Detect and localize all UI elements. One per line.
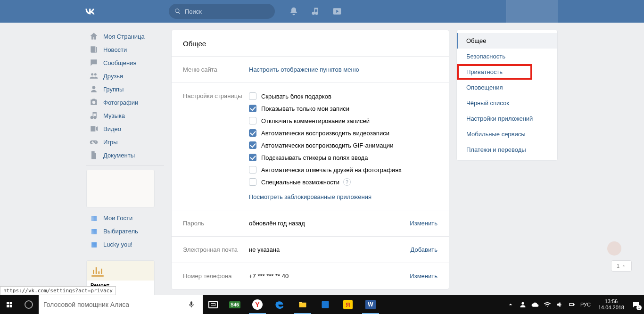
sidebar-item-video[interactable]: Видео (86, 122, 164, 135)
help-icon[interactable]: ? (343, 178, 351, 186)
checkbox[interactable] (249, 105, 256, 112)
sidebar-item-msg[interactable]: Сообщения (86, 56, 164, 69)
system-tray: РУС 13:56 14.04.2018 1 (503, 295, 644, 314)
field-action-link[interactable]: Добавить (411, 246, 438, 253)
settings-nav-item-3[interactable]: Оповещения (457, 80, 557, 95)
settings-nav-item-7[interactable]: Платежи и переводы (457, 142, 557, 157)
sidebar-item-label: Игры (103, 139, 118, 146)
cortana-button[interactable] (19, 295, 39, 314)
page-settings-label: Настройки страницы (183, 83, 249, 210)
tray-clock[interactable]: 13:56 14.04.2018 (595, 298, 627, 310)
taskbar-app-generic1[interactable] (314, 295, 337, 314)
sidebar-item-label: Группы (103, 86, 124, 93)
settings-nav-item-4[interactable]: Чёрный список (457, 95, 557, 111)
assistant-avatar[interactable] (607, 241, 621, 256)
task-view-button[interactable] (203, 295, 223, 314)
setting-checkbox-row: Автоматически воспроизводить видеозаписи (249, 129, 438, 137)
sidebar-item-groups[interactable]: Группы (86, 83, 164, 96)
taskbar-app-word[interactable]: W (359, 295, 382, 314)
vk-logo[interactable] (84, 0, 103, 23)
settings-nav-item-5[interactable]: Настройки приложений (457, 111, 557, 126)
tray-people-icon[interactable] (519, 301, 527, 308)
sidebar-item-label: Музыка (103, 112, 125, 119)
checkbox[interactable] (249, 92, 256, 100)
sidebar-item-label: Видео (103, 125, 121, 132)
checkbox[interactable] (249, 141, 256, 149)
checkbox-label: Скрывать блок подарков (261, 93, 331, 100)
field-action-link[interactable]: Изменить (410, 220, 438, 227)
sidebar-item-docs[interactable]: Документы (86, 149, 164, 162)
sidebar-app-2[interactable]: ▦Lucky you! (86, 238, 164, 251)
taskbar-search[interactable]: Голосовой помощник Алиса (39, 295, 180, 314)
svg-rect-1 (322, 301, 329, 308)
tray-date: 14.04.2018 (598, 305, 624, 311)
sidebar-item-news[interactable]: Новости (86, 43, 164, 56)
taskbar-app-edge[interactable] (269, 295, 291, 314)
taskbar-app-explorer[interactable] (291, 295, 314, 314)
settings-title: Общее (172, 30, 449, 57)
home-icon (89, 32, 99, 41)
search-box[interactable] (169, 4, 275, 19)
checkbox-label: Автоматически воспроизводить GIF-анимаци… (261, 142, 393, 149)
field-action-link[interactable]: Изменить (410, 273, 438, 280)
setting-checkbox-row: Автоматически воспроизводить GIF-анимаци… (249, 141, 438, 149)
tray-cloud-icon[interactable] (531, 301, 539, 308)
news-icon (89, 45, 99, 54)
taskbar-app-s46[interactable]: S46 (223, 295, 246, 314)
tray-wifi-icon[interactable] (544, 301, 551, 308)
settings-nav-item-2[interactable]: Приватность (457, 64, 532, 80)
notifications-icon[interactable] (289, 7, 298, 16)
checkbox[interactable] (249, 166, 256, 174)
checkbox[interactable] (249, 178, 256, 186)
mic-button[interactable] (180, 295, 203, 314)
field-value: +7 *** *** ** 40 (249, 273, 289, 280)
sidebar-item-music[interactable]: Музыка (86, 109, 164, 122)
scroll-counter[interactable]: 1 (611, 260, 632, 272)
left-sidebar: Моя СтраницаНовостиСообщенияДрузьяГруппы… (86, 30, 164, 298)
sidebar-item-friends[interactable]: Друзья (86, 69, 164, 83)
checkbox[interactable] (249, 129, 256, 137)
tray-action-center[interactable]: 1 (632, 300, 640, 309)
sidebar-item-photo[interactable]: Фотографии (86, 96, 164, 109)
music-icon[interactable] (311, 7, 320, 16)
checkbox[interactable] (249, 117, 256, 124)
blocked-apps-link[interactable]: Посмотреть заблокированные приложения (249, 193, 372, 200)
settings-nav-item-0[interactable]: Общее (457, 33, 557, 49)
start-button[interactable] (0, 295, 19, 314)
tray-battery-icon[interactable] (568, 301, 576, 308)
chevron-up-icon (621, 264, 626, 268)
music-icon (89, 111, 99, 120)
friends-icon (89, 71, 99, 81)
field-label: Электронная почта (183, 237, 249, 263)
checkbox[interactable] (249, 154, 256, 161)
sidebar-item-label: Друзья (103, 73, 123, 80)
profile-menu[interactable] (506, 0, 558, 23)
sidebar-item-label: Выбиратель (103, 228, 138, 235)
search-input[interactable] (185, 8, 260, 15)
configure-menu-link[interactable]: Настроить отображение пунктов меню (249, 66, 359, 73)
field-value: не указана (249, 246, 280, 253)
taskbar-app-yandex[interactable]: Y (246, 295, 269, 314)
menu-section-label: Меню сайта (183, 57, 249, 83)
video-play-icon[interactable] (332, 7, 342, 16)
sidebar-profile-widget[interactable] (86, 170, 155, 207)
sidebar-item-games[interactable]: Игры (86, 135, 164, 149)
checkbox-label: Автоматически отмечать друзей на фотогра… (261, 166, 402, 174)
sidebar-app-0[interactable]: ▦Мои Гости (86, 211, 164, 224)
setting-checkbox-row: Скрывать блок подарков (249, 92, 438, 100)
tray-time: 13:56 (598, 298, 624, 305)
sidebar-app-1[interactable]: ▦Выбиратель (86, 224, 164, 238)
field-value: обновлён год назад (249, 220, 305, 227)
browser-status-url: https://vk.com/settings?act=privacy (0, 286, 116, 295)
windows-taskbar: Голосовой помощник Алиса S46 Y Я W РУС 1… (0, 295, 644, 314)
sidebar-item-home[interactable]: Моя Страница (86, 30, 164, 43)
settings-nav-item-1[interactable]: Безопасность (457, 49, 557, 64)
tray-volume-icon[interactable] (556, 301, 563, 308)
tray-chevron-up-icon[interactable] (507, 301, 514, 308)
app-icon: ▦ (89, 226, 99, 236)
settings-nav: ОбщееБезопасностьПриватностьОповещенияЧё… (456, 30, 558, 161)
checkbox-label: Показывать только мои записи (261, 105, 349, 112)
tray-language[interactable]: РУС (580, 302, 591, 307)
taskbar-app-yandex2[interactable]: Я (337, 295, 359, 314)
settings-nav-item-6[interactable]: Мобильные сервисы (457, 126, 557, 142)
